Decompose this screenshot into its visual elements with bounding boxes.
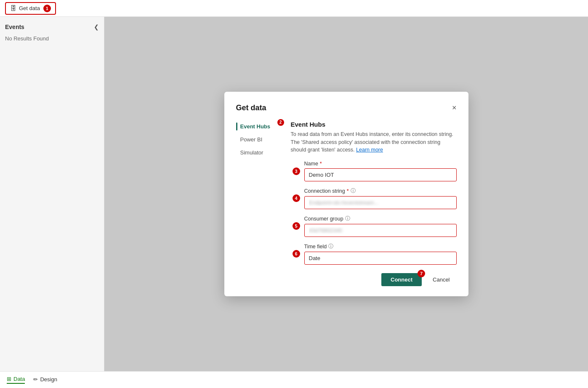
connection-string-info-icon: ⓘ	[351, 187, 356, 194]
main-area: Events ❮ No Results Found Get data × Eve…	[0, 17, 588, 371]
modal-title: Get data	[236, 104, 266, 112]
sidebar-collapse-button[interactable]: ❮	[94, 24, 99, 30]
database-icon: 🗄	[10, 5, 16, 12]
sidebar-title: Events	[5, 24, 24, 30]
modal-overlay: Get data × Event Hubs 2 Power BI	[104, 17, 588, 371]
consumer-group-info-icon: ⓘ	[345, 215, 350, 222]
nav-item-simulator[interactable]: Simulator	[236, 147, 282, 158]
name-input[interactable]	[304, 168, 457, 181]
connect-label: Connect	[391, 276, 412, 283]
toolbar: 🗄 Get data 1	[0, 0, 588, 17]
nav-item-power-bi-label: Power BI	[240, 136, 263, 143]
sidebar-empty-text: No Results Found	[5, 35, 99, 42]
learn-more-link[interactable]: Learn more	[356, 147, 383, 153]
modal: Get data × Event Hubs 2 Power BI	[224, 92, 468, 296]
step-badge-3: 3	[293, 167, 300, 175]
sidebar-header: Events ❮	[5, 24, 99, 30]
sidebar: Events ❮ No Results Found	[0, 17, 104, 371]
design-tab-label: Design	[40, 376, 57, 383]
time-field-info-icon: ⓘ	[328, 243, 333, 250]
connection-string-input[interactable]	[304, 196, 457, 209]
cancel-button[interactable]: Cancel	[426, 273, 456, 286]
modal-footer: Connect 7 Cancel	[291, 273, 457, 286]
step-badge-7: 7	[418, 270, 425, 277]
design-tab-icon: ✏	[33, 376, 38, 383]
modal-body: Event Hubs 2 Power BI Simulator Event Hu…	[236, 121, 457, 286]
modal-section-title: Event Hubs	[291, 121, 457, 128]
get-data-label: Get data	[19, 5, 40, 11]
connect-button[interactable]: Connect	[381, 273, 422, 286]
step-badge-2: 2	[277, 119, 284, 126]
data-tab-icon: ⊞	[7, 376, 11, 382]
nav-item-power-bi[interactable]: Power BI	[236, 134, 282, 145]
step-badge-6: 6	[293, 250, 300, 258]
tab-design[interactable]: ✏ Design	[33, 376, 57, 383]
nav-item-event-hubs[interactable]: Event Hubs 2	[236, 121, 282, 132]
name-label: Name *	[304, 161, 457, 167]
connection-string-label: Connection string * ⓘ	[304, 187, 457, 194]
modal-description: To read data from an Event Hubs instance…	[291, 130, 457, 154]
modal-nav: Event Hubs 2 Power BI Simulator	[236, 121, 282, 286]
modal-right-content: Event Hubs To read data from an Event Hu…	[291, 121, 457, 286]
content-area: Get data × Event Hubs 2 Power BI	[104, 17, 588, 371]
consumer-group-input[interactable]	[304, 224, 457, 237]
tab-data[interactable]: ⊞ Data	[7, 376, 25, 384]
step-badge-4: 4	[293, 194, 300, 202]
nav-item-event-hubs-label: Event Hubs	[240, 123, 271, 130]
consumer-group-label: Consumer group ⓘ	[304, 215, 457, 222]
data-tab-label: Data	[13, 376, 25, 382]
modal-close-button[interactable]: ×	[452, 104, 457, 112]
nav-item-simulator-label: Simulator	[240, 149, 263, 156]
step-badge-1: 1	[43, 5, 51, 12]
modal-header: Get data ×	[236, 104, 457, 112]
step-badge-5: 5	[293, 222, 300, 230]
time-field-input[interactable]	[304, 252, 457, 265]
get-data-button[interactable]: 🗄 Get data 1	[5, 2, 56, 15]
time-field-label: Time field ⓘ	[304, 243, 457, 250]
bottom-bar: ⊞ Data ✏ Design	[0, 371, 588, 388]
